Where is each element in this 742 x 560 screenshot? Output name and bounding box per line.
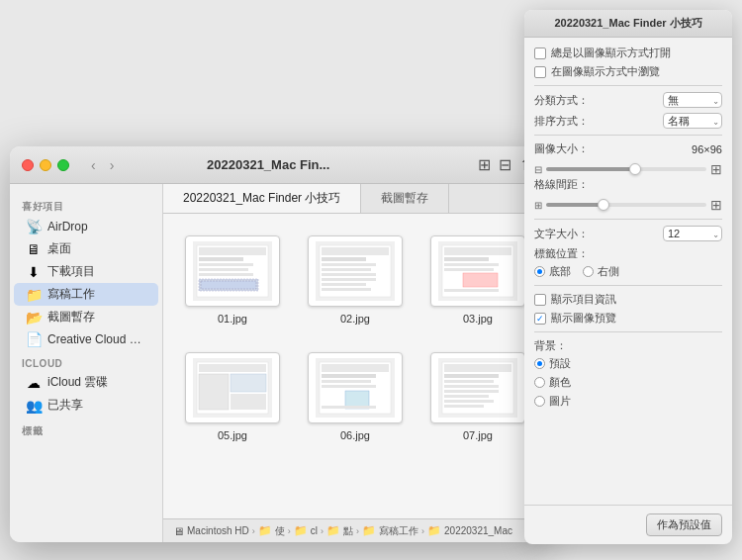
icon-size-row: 圖像大小： 96×96: [534, 141, 722, 156]
close-button[interactable]: [22, 159, 34, 171]
svg-rect-24: [444, 268, 494, 271]
grid-small-icon: ⊞: [534, 200, 542, 211]
sidebar-item-label: 下載項目: [47, 263, 95, 280]
airdrop-icon: 📡: [26, 219, 42, 234]
svg-rect-30: [199, 374, 229, 410]
file-item[interactable]: 02.jpg: [302, 230, 409, 330]
browse-gallery-row[interactable]: 在圖像顯示方式中瀏覽: [534, 64, 722, 79]
svg-rect-43: [444, 364, 511, 372]
grid-large-icon: ⊞: [710, 197, 722, 213]
grid-spacing-slider-thumb[interactable]: [598, 199, 609, 211]
svg-rect-37: [322, 380, 371, 383]
svg-rect-45: [444, 380, 494, 383]
desktop-icon: 🖥: [26, 241, 42, 257]
label-bottom-row[interactable]: 底部: [534, 264, 571, 279]
show-item-info-row[interactable]: 顯示項目資訊: [534, 292, 722, 307]
divider2: [534, 135, 722, 136]
text-size-select[interactable]: 12: [663, 226, 722, 241]
svg-rect-40: [322, 406, 376, 409]
icon-size-label: 圖像大小：: [534, 141, 589, 156]
svg-rect-17: [322, 283, 366, 286]
sidebar-item-label: 截圖暫存: [47, 309, 95, 326]
sidebar-item-downloads[interactable]: ⬇ 下載項目: [14, 260, 158, 283]
tab-main[interactable]: 20220321_Mac Finder 小技巧: [163, 184, 361, 213]
finder-body: 喜好項目 📡 AirDrop 🖥 桌面 ⬇ 下載項目 📁 寫稿工作 📂 截圖暫存: [10, 184, 544, 542]
bg-color-label: 顏色: [549, 375, 571, 390]
bg-color-radio[interactable]: [534, 377, 545, 388]
sidebar-item-screenshots[interactable]: 📂 截圖暫存: [14, 306, 158, 328]
bg-color-row[interactable]: 顏色: [534, 375, 722, 390]
file-thumbnail: [308, 352, 403, 423]
always-gallery-checkbox[interactable]: [534, 47, 546, 59]
sort-by-select-wrapper[interactable]: 無: [663, 92, 722, 108]
label-bottom-label: 底部: [549, 264, 571, 279]
tab-screenshots[interactable]: 截圖暫存: [361, 184, 449, 213]
info-panel-title: 20220321_Mac Finder 小技巧: [554, 16, 701, 31]
show-item-info-checkbox[interactable]: [534, 294, 546, 306]
file-item[interactable]: 06.jpg: [302, 346, 409, 447]
sidebar-item-workspace[interactable]: 📁 寫稿工作: [14, 283, 158, 306]
file-thumbnail: [430, 352, 525, 423]
label-position-radio-group: 底部 右側: [534, 264, 722, 279]
show-icon-preview-row[interactable]: 顯示圖像預覽: [534, 311, 722, 326]
file-item[interactable]: 05.jpg: [179, 346, 286, 447]
icon-size-slider-thumb[interactable]: [629, 163, 641, 175]
svg-rect-8: [201, 281, 256, 289]
grid-spacing-slider-row: ⊞ ⊞: [534, 197, 722, 213]
svg-rect-47: [444, 390, 499, 393]
finder-titlebar: ‹ › 20220321_Mac Fin... ⊞ ⊟ ⬆: [10, 146, 544, 184]
file-grid: 01.jpg: [163, 214, 544, 518]
view-icon[interactable]: ⊞: [478, 155, 491, 174]
svg-rect-26: [444, 289, 499, 292]
bg-image-label: 圖片: [549, 394, 571, 409]
icon-size-large-icon: ⊞: [710, 161, 722, 177]
always-gallery-row[interactable]: 總是以圖像顯示方式打開: [534, 46, 722, 60]
sidebar-item-shared[interactable]: 👥 已共享: [14, 394, 158, 417]
svg-rect-4: [199, 263, 253, 266]
bg-image-radio[interactable]: [534, 396, 545, 407]
label-right-radio[interactable]: [583, 266, 594, 277]
folder-icon: 📁: [258, 524, 272, 537]
grid-view-icon[interactable]: ⊟: [499, 155, 511, 174]
finder-main: 20220321_Mac Finder 小技巧 截圖暫存: [163, 184, 544, 542]
label-bottom-radio[interactable]: [534, 266, 545, 277]
minimize-button[interactable]: [40, 159, 51, 171]
svg-rect-23: [444, 263, 499, 266]
info-footer: 作為預設值: [524, 505, 732, 544]
browse-gallery-checkbox[interactable]: [534, 66, 546, 78]
bg-image-row[interactable]: 圖片: [534, 394, 722, 409]
svg-rect-32: [231, 394, 266, 410]
sidebar-item-label: 桌面: [47, 240, 71, 257]
divider5: [534, 331, 722, 332]
svg-rect-22: [444, 257, 489, 261]
label-right-row[interactable]: 右側: [583, 264, 619, 279]
file-item[interactable]: 07.jpg: [424, 346, 531, 447]
sidebar-item-label: Creative Cloud Files: [47, 332, 146, 346]
finder-statusbar: 🖥 Macintosh HD › 📁 使 › 📁 cl › 📁 點 › 📁 寫稿…: [163, 518, 544, 542]
arrange-by-select[interactable]: 名稱: [663, 113, 722, 129]
show-icon-preview-label: 顯示圖像預覽: [551, 311, 616, 326]
divider3: [534, 219, 722, 220]
file-item[interactable]: 01.jpg: [179, 230, 286, 330]
label-position-row: 標籤位置： 底部 右側: [534, 246, 722, 279]
sidebar-item-icloud-drive[interactable]: ☁ iCloud 雲碟: [14, 371, 158, 394]
bg-default-row[interactable]: 預設: [534, 356, 722, 371]
sidebar-item-desktop[interactable]: 🖥 桌面: [14, 237, 158, 260]
set-default-button[interactable]: 作為預設值: [646, 513, 722, 536]
sort-by-select[interactable]: 無: [663, 92, 722, 108]
file-name: 07.jpg: [463, 429, 493, 441]
arrange-by-select-wrapper[interactable]: 名稱: [663, 113, 722, 129]
svg-rect-44: [444, 374, 499, 378]
arrange-by-label: 排序方式：: [534, 114, 589, 129]
show-icon-preview-checkbox[interactable]: [534, 313, 546, 325]
file-item[interactable]: 03.jpg: [424, 230, 531, 330]
tags-section-label: 標籤: [10, 417, 162, 440]
sidebar-item-cc-files[interactable]: 📄 Creative Cloud Files: [14, 328, 158, 350]
file-thumbnail: [185, 352, 280, 423]
svg-rect-49: [444, 400, 494, 403]
info-panel: 20220321_Mac Finder 小技巧 總是以圖像顯示方式打開 在圖像顯…: [524, 10, 732, 544]
divider4: [534, 285, 722, 286]
sidebar-item-airdrop[interactable]: 📡 AirDrop: [14, 216, 158, 237]
text-size-select-wrapper[interactable]: 12: [663, 226, 722, 241]
bg-default-radio[interactable]: [534, 358, 545, 369]
